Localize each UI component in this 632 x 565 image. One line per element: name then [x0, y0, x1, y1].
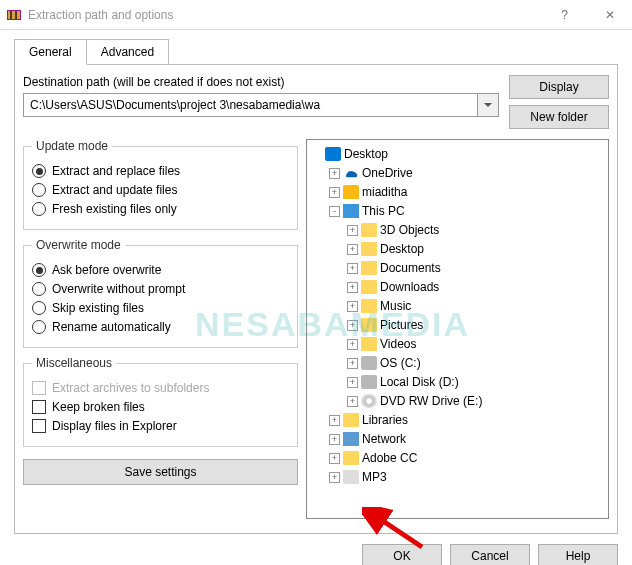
folder-icon [361, 318, 377, 332]
tree-item[interactable]: +Downloads [311, 278, 604, 296]
save-settings-button[interactable]: Save settings [23, 459, 298, 485]
tree-item[interactable]: +MP3 [311, 468, 604, 486]
overwrite-mode-legend: Overwrite mode [32, 238, 125, 252]
radio-rename-auto[interactable] [32, 320, 46, 334]
tree-item[interactable]: +Adobe CC [311, 449, 604, 467]
tree-item-label: Adobe CC [362, 451, 417, 465]
tree-item[interactable]: +miaditha [311, 183, 604, 201]
tree-item[interactable]: +Pictures [311, 316, 604, 334]
tree-item[interactable]: +Music [311, 297, 604, 315]
collapse-icon[interactable]: - [329, 206, 340, 217]
folder-icon [361, 280, 377, 294]
expand-icon[interactable]: + [347, 244, 358, 255]
radio-label: Ask before overwrite [52, 263, 161, 277]
ok-button[interactable]: OK [362, 544, 442, 565]
radio-extract-update[interactable] [32, 183, 46, 197]
tree-item[interactable]: +Network [311, 430, 604, 448]
expander-blank [311, 149, 322, 160]
expand-icon[interactable]: + [329, 415, 340, 426]
folder-tree[interactable]: Desktop+OneDrive+miaditha-This PC+3D Obj… [306, 139, 609, 519]
tree-item-label: Documents [380, 261, 441, 275]
misc-legend: Miscellaneous [32, 356, 116, 370]
drive-icon [361, 356, 377, 370]
expand-icon[interactable]: + [347, 377, 358, 388]
radio-fresh-only[interactable] [32, 202, 46, 216]
cancel-button[interactable]: Cancel [450, 544, 530, 565]
destination-label: Destination path (will be created if doe… [23, 75, 499, 89]
expand-icon[interactable]: + [347, 301, 358, 312]
expand-icon[interactable]: + [347, 282, 358, 293]
expand-icon[interactable]: + [347, 225, 358, 236]
radio-label: Rename automatically [52, 320, 171, 334]
folder-icon [361, 299, 377, 313]
tab-advanced[interactable]: Advanced [87, 39, 169, 65]
tree-item[interactable]: +OneDrive [311, 164, 604, 182]
misc-group: Miscellaneous Extract archives to subfol… [23, 356, 298, 447]
tree-item-label: DVD RW Drive (E:) [380, 394, 482, 408]
tree-item[interactable]: +Videos [311, 335, 604, 353]
expand-icon[interactable]: + [347, 358, 358, 369]
radio-label: Overwrite without prompt [52, 282, 185, 296]
desktop-icon [325, 147, 341, 161]
display-button[interactable]: Display [509, 75, 609, 99]
radio-label: Skip existing files [52, 301, 144, 315]
window-title: Extraction path and options [28, 8, 542, 22]
tab-general[interactable]: General [14, 39, 87, 65]
tree-item-label: Music [380, 299, 411, 313]
tree-item[interactable]: Desktop [311, 145, 604, 163]
close-button[interactable]: ✕ [587, 0, 632, 30]
tree-item-label: Downloads [380, 280, 439, 294]
tree-item-label: Desktop [344, 147, 388, 161]
expand-icon[interactable]: + [329, 434, 340, 445]
user-icon [343, 185, 359, 199]
check-display-explorer[interactable] [32, 419, 46, 433]
tree-item-label: MP3 [362, 470, 387, 484]
destination-dropdown[interactable] [477, 93, 499, 117]
expand-icon[interactable]: + [347, 320, 358, 331]
folder-icon [343, 413, 359, 427]
folder-icon [361, 261, 377, 275]
tree-item[interactable]: +Libraries [311, 411, 604, 429]
help-button[interactable]: Help [538, 544, 618, 565]
radio-extract-replace[interactable] [32, 164, 46, 178]
radio-skip-existing[interactable] [32, 301, 46, 315]
expand-icon[interactable]: + [329, 472, 340, 483]
expand-icon[interactable]: + [329, 187, 340, 198]
expand-icon[interactable]: + [347, 263, 358, 274]
check-keep-broken[interactable] [32, 400, 46, 414]
expand-icon[interactable]: + [329, 168, 340, 179]
tree-item-label: OS (C:) [380, 356, 421, 370]
tree-item[interactable]: +Desktop [311, 240, 604, 258]
radio-label: Extract and update files [52, 183, 177, 197]
check-label: Keep broken files [52, 400, 145, 414]
new-folder-button[interactable]: New folder [509, 105, 609, 129]
drive-icon [361, 375, 377, 389]
tree-item[interactable]: +Local Disk (D:) [311, 373, 604, 391]
expand-icon[interactable]: + [347, 339, 358, 350]
tree-item-label: Libraries [362, 413, 408, 427]
network-icon [343, 432, 359, 446]
help-button[interactable]: ? [542, 0, 587, 30]
update-mode-group: Update mode Extract and replace files Ex… [23, 139, 298, 230]
expand-icon[interactable]: + [329, 453, 340, 464]
svg-rect-1 [8, 11, 20, 19]
destination-path-input[interactable] [23, 93, 477, 117]
tree-item-label: Pictures [380, 318, 423, 332]
tree-item[interactable]: +OS (C:) [311, 354, 604, 372]
tree-item[interactable]: +3D Objects [311, 221, 604, 239]
overwrite-mode-group: Overwrite mode Ask before overwrite Over… [23, 238, 298, 348]
folder-icon [361, 242, 377, 256]
tree-item[interactable]: -This PC [311, 202, 604, 220]
tree-item[interactable]: +Documents [311, 259, 604, 277]
expand-icon[interactable]: + [347, 396, 358, 407]
radio-ask-overwrite[interactable] [32, 263, 46, 277]
svg-rect-3 [15, 11, 17, 19]
check-extract-subfolders [32, 381, 46, 395]
folder-icon [343, 451, 359, 465]
tree-item[interactable]: +DVD RW Drive (E:) [311, 392, 604, 410]
radio-label: Fresh existing files only [52, 202, 177, 216]
chevron-down-icon [484, 103, 492, 108]
radio-overwrite-noprompt[interactable] [32, 282, 46, 296]
check-label: Extract archives to subfolders [52, 381, 209, 395]
winrar-icon [6, 7, 22, 23]
